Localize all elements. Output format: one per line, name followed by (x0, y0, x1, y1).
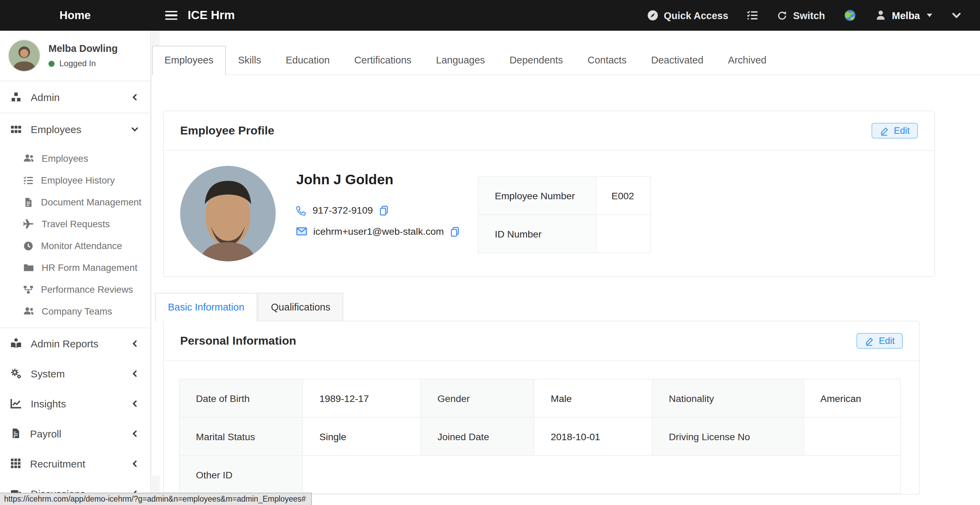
logged-in-label: Logged In (59, 59, 96, 68)
phone-icon (296, 205, 306, 215)
sidebar-item-label: Performance Reviews (41, 284, 133, 295)
table-row: Other ID (179, 456, 900, 494)
edit-personal-info-button[interactable]: Edit (856, 333, 903, 349)
switch-icon (776, 10, 788, 21)
plane-icon (23, 218, 34, 229)
table-row: Employee Number E002 (478, 177, 651, 215)
gears-icon (10, 368, 22, 379)
sidebar-item-label: HR Form Management (41, 263, 137, 272)
sidebar-item-employees-group[interactable]: Employees (0, 113, 150, 145)
language-globe-button[interactable] (843, 9, 856, 22)
field-label: Nationality (652, 379, 803, 417)
sidebar-item-monitor-attendance[interactable]: Monitor Attendance (0, 235, 150, 256)
employee-phone: 917-372-9109 (313, 205, 373, 216)
hamburger-menu-icon[interactable] (165, 11, 177, 20)
sidebar-item-label: Monitor Attendance (41, 241, 122, 251)
employee-name: John J Golden (296, 171, 460, 188)
field-label: Other ID (179, 456, 303, 494)
sidebar-item-admin-reports[interactable]: Admin Reports (0, 328, 150, 358)
sidebar: Melba Dowling Logged In Admin Employees … (0, 31, 151, 505)
quick-access-button[interactable]: Quick Access (647, 10, 728, 21)
tab-deactivated[interactable]: Deactivated (639, 46, 716, 75)
sidebar-item-system[interactable]: System (0, 358, 150, 388)
book-reader-icon (10, 338, 22, 349)
field-label: Date of Birth (179, 379, 303, 417)
tab-archived[interactable]: Archived (716, 46, 779, 75)
sidebar-item-company-teams[interactable]: Company Teams (0, 300, 150, 322)
tab-basic-information[interactable]: Basic Information (155, 293, 257, 322)
top-navbar: Home ICE Hrm Quick Access Switch Melba (0, 0, 980, 31)
chevron-left-icon (130, 399, 139, 408)
sidebar-item-document-management[interactable]: Document Management (0, 191, 150, 213)
field-label: Employee Number (478, 177, 596, 215)
home-link[interactable]: Home (0, 9, 150, 22)
tab-skills[interactable]: Skills (226, 46, 273, 75)
detail-tabs: Basic Information Qualifications (155, 293, 980, 322)
field-value: 2018-10-01 (534, 417, 652, 456)
tab-languages[interactable]: Languages (424, 46, 498, 75)
sidebar-item-admin[interactable]: Admin (0, 81, 150, 113)
edit-profile-button[interactable]: Edit (871, 123, 918, 139)
edit-label: Edit (879, 336, 895, 346)
sidebar-item-hr-form-management[interactable]: HR Form Management (0, 256, 150, 279)
sidebar-item-payroll[interactable]: Payroll (0, 418, 150, 448)
card-title: Personal Information (180, 334, 296, 348)
user-menu-button[interactable]: Melba (875, 10, 932, 21)
sidebar-item-recruitment[interactable]: Recruitment (0, 448, 150, 478)
sidebar-submenu: Employees Employee History Document Mana… (0, 145, 150, 328)
edit-label: Edit (894, 126, 910, 136)
sidebar-item-performance-reviews[interactable]: Performance Reviews (0, 279, 150, 300)
sidebar-item-travel-requests[interactable]: Travel Requests (0, 213, 150, 235)
user-icon (875, 10, 886, 21)
app-window: Home ICE Hrm Quick Access Switch Melba (0, 0, 980, 505)
tab-dependents[interactable]: Dependents (497, 46, 575, 75)
chart-line-icon (10, 398, 22, 409)
copy-email-icon[interactable] (450, 226, 460, 236)
sidebar-profile: Melba Dowling Logged In (0, 31, 150, 81)
chevron-down-icon (130, 124, 139, 134)
sidebar-item-label: Document Management (41, 197, 142, 207)
field-label: Marital Status (179, 417, 303, 456)
task-list-button[interactable] (746, 10, 758, 21)
sidebar-item-label: Admin (31, 91, 60, 103)
logged-in-status-dot (48, 61, 55, 67)
navbar-collapse-button[interactable] (951, 10, 962, 21)
sidebar-item-label: Recruitment (30, 457, 85, 469)
topbar-actions: Quick Access Switch Melba (647, 9, 980, 22)
caret-down-icon (927, 14, 932, 17)
tab-contacts[interactable]: Contacts (575, 46, 639, 75)
chevron-left-icon (130, 369, 139, 378)
cubes-icon (10, 91, 22, 103)
chevron-left-icon (130, 92, 139, 101)
users-icon (23, 306, 34, 317)
sidebar-item-employee-history[interactable]: Employee History (0, 169, 150, 191)
users-icon (23, 153, 34, 164)
copy-phone-icon[interactable] (379, 205, 389, 215)
employee-id-table: Employee Number E002 ID Number (478, 176, 651, 253)
table-row: Marital Status Single Joined Date 2018-1… (179, 417, 900, 456)
personal-information-card: Personal Information Edit Date of Birth … (163, 321, 920, 495)
sidebar-item-label: Payroll (30, 427, 61, 439)
employee-photo (180, 166, 276, 261)
sidebar-item-insights[interactable]: Insights (0, 388, 150, 418)
compass-icon (647, 10, 658, 21)
chevron-left-icon (130, 429, 139, 438)
field-value: Male (534, 379, 652, 417)
tab-certifications[interactable]: Certifications (342, 46, 424, 75)
tab-education[interactable]: Education (273, 46, 342, 75)
tab-qualifications[interactable]: Qualifications (258, 293, 343, 322)
invoice-icon (10, 428, 21, 439)
chevron-left-icon (130, 339, 139, 348)
personal-info-table: Date of Birth 1989-12-17 Gender Male Nat… (179, 379, 901, 494)
chevron-left-icon (130, 459, 139, 468)
tab-employees[interactable]: Employees (152, 46, 226, 75)
grid9-icon (10, 458, 21, 469)
sidebar-item-employees[interactable]: Employees (0, 147, 150, 169)
task-list-icon (23, 175, 33, 185)
switch-button[interactable]: Switch (776, 10, 825, 21)
sidebar-item-label: Company Teams (41, 306, 112, 316)
field-value (803, 417, 900, 456)
user-name: Melba (892, 10, 920, 21)
diagram-icon (23, 284, 33, 295)
employee-email: icehrm+user1@web-stalk.com (313, 226, 444, 237)
